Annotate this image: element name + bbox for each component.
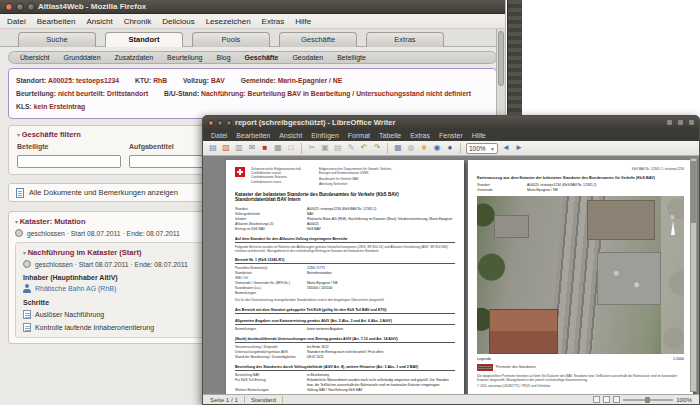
view-single-page-icon[interactable] xyxy=(593,396,600,403)
documents-link-label[interactable]: Alle Dokumente und Bemerkungen anzeigen xyxy=(29,188,178,197)
tab-suche[interactable]: Suche xyxy=(18,32,96,47)
copy-icon[interactable]: ▣ xyxy=(320,143,330,153)
section2-title: Bereich Nr. 1 (KbS 12345-R1) xyxy=(235,258,455,264)
menu-fenster[interactable]: Fenster xyxy=(439,132,463,139)
cut-icon[interactable]: ✂ xyxy=(307,143,317,153)
beteiligte-input[interactable] xyxy=(17,155,121,168)
window-title: report (schreibgeschützt) - LibreOffice … xyxy=(235,118,395,127)
menu-chronik[interactable]: Chronik xyxy=(124,17,152,26)
building xyxy=(587,200,655,240)
gallery-icon[interactable]: ★ xyxy=(419,143,429,153)
tray-icon xyxy=(667,120,672,125)
gear-icon xyxy=(15,229,23,237)
statusbar-page: Seite 1 / 1 xyxy=(210,396,238,403)
menu-datei[interactable]: Datei xyxy=(211,132,227,139)
menu-hilfe[interactable]: Hilfe xyxy=(472,132,486,139)
section1-text: Folgende Bereiche wurden im Rahmen der A… xyxy=(235,245,455,253)
menu-lesezeichen[interactable]: Lesezeichen xyxy=(206,17,251,26)
subnav-uebersicht[interactable]: Übersicht xyxy=(20,54,50,61)
view-book-icon[interactable] xyxy=(613,396,620,403)
table-icon[interactable]: ▦ xyxy=(393,143,403,153)
writer-statusbar: Seite 1 / 1 Standard 100% xyxy=(203,394,699,404)
menu-format[interactable]: Format xyxy=(348,132,370,139)
subnav-beurteilung[interactable]: Beurteilung xyxy=(167,54,202,61)
previous-page-icon[interactable]: ◄ xyxy=(501,143,511,153)
subnav-geschaefte[interactable]: Geschäfte xyxy=(245,54,279,61)
next-page-icon[interactable]: ► xyxy=(514,143,524,153)
subnav-grunddaten[interactable]: Grunddaten xyxy=(64,54,101,61)
legend-item-label: Perimeter des Standortes xyxy=(496,365,536,370)
menu-datei[interactable]: Datei xyxy=(7,17,26,26)
maximize-icon[interactable] xyxy=(226,120,232,126)
zoom-combobox[interactable]: 100% ▼ xyxy=(466,143,498,154)
inhaber-link[interactable]: Rhätische Bahn AG (RhB) xyxy=(35,285,116,292)
statusbar-zoom-value: 100% xyxy=(676,396,692,403)
legend-label: Legende xyxy=(477,357,491,361)
infobox-line1: Standort: A00025: testoeps1234 KTU: RhB … xyxy=(16,74,489,87)
undo-icon[interactable]: ↶ xyxy=(359,143,369,153)
menu-bearbeiten[interactable]: Bearbeiten xyxy=(236,132,270,139)
find-replace-icon[interactable]: ◎ xyxy=(406,143,416,153)
tasklist-icon xyxy=(23,310,31,319)
close-icon[interactable] xyxy=(208,120,214,126)
menu-ansicht[interactable]: Ansicht xyxy=(86,17,112,26)
tab-pools[interactable]: Pools xyxy=(192,32,270,47)
infobox-line2: Beurteilung: nicht beurteilt: Drittstand… xyxy=(16,87,489,100)
scrollbar-thumb[interactable] xyxy=(498,31,504,86)
app-tabstrip: Suche Standort Pools Geschäfte Extras xyxy=(0,29,505,47)
menu-extras[interactable]: Extras xyxy=(262,17,285,26)
chevron-down-icon: ▼ xyxy=(490,144,495,153)
help-icon[interactable]: ● xyxy=(445,143,455,153)
minimize-icon[interactable] xyxy=(16,3,24,11)
kataster-status-text: geschlossen · Start 08.07.2011 · Ende: 0… xyxy=(27,230,180,237)
standort-infobox: Standort: A00025: testoeps1234 KTU: RhB … xyxy=(8,68,497,119)
gear-icon xyxy=(23,260,31,268)
tab-standort[interactable]: Standort xyxy=(105,32,183,47)
writer-titlebar[interactable]: report (schreibgeschützt) - LibreOffice … xyxy=(203,116,699,129)
map-scale: 1:2000 xyxy=(673,357,684,361)
top-rows: StandortA00025: testoeps1234 (KbS BAV Nr… xyxy=(235,207,455,232)
section1-title: Auf dem Standort für den Altlasten-Vollz… xyxy=(235,237,455,243)
minimize-icon[interactable] xyxy=(217,120,223,126)
zoom-slider[interactable] xyxy=(623,399,673,401)
view-multi-page-icon[interactable] xyxy=(603,396,610,403)
zoom-icon[interactable]: ◉ xyxy=(432,143,442,153)
print-icon[interactable]: ▦ xyxy=(273,143,283,153)
menu-tabelle[interactable]: Tabelle xyxy=(379,132,401,139)
new-document-icon[interactable]: ▤ xyxy=(208,143,218,153)
redo-icon[interactable]: ↷ xyxy=(372,143,382,153)
open-icon[interactable]: ▨ xyxy=(221,143,231,153)
nachfuehrung-status-text: geschlossen · Start 08.07.2011 · Ende: 0… xyxy=(35,261,188,268)
menu-einfuegen[interactable]: Einfügen xyxy=(311,132,339,139)
maximize-icon[interactable] xyxy=(27,3,35,11)
north-arrow-icon xyxy=(670,215,676,241)
department-block: Eidgenössisches Departement für Umwelt, … xyxy=(319,167,392,186)
subnav-geodaten[interactable]: Geodaten xyxy=(292,54,323,61)
email-icon[interactable]: ✉ xyxy=(247,143,257,153)
firefox-titlebar[interactable]: Altlast4Web - Mozilla Firefox xyxy=(0,0,505,14)
infobox-line3: KLS: kein Ersteintrag xyxy=(16,100,489,113)
writer-toolbar: ▤ ▨ ▥ ✉ ■ ▦ □ ✂ ▣ ▤ ✎ ↶ ↷ ▦ ◎ ★ ◉ ● 100%… xyxy=(203,141,699,156)
menu-hilfe[interactable]: Hilfe xyxy=(295,17,311,26)
subnav-zusatzdaten[interactable]: Zusatzdaten xyxy=(115,54,154,61)
section4-title: Allgemeine Angaben zum Katastereintrag g… xyxy=(235,319,455,325)
save-icon[interactable]: ▥ xyxy=(234,143,244,153)
close-icon[interactable] xyxy=(5,3,13,11)
building xyxy=(494,215,529,239)
menu-extras[interactable]: Extras xyxy=(410,132,430,139)
writer-scrollbar[interactable] xyxy=(690,158,697,392)
tab-extras[interactable]: Extras xyxy=(366,32,444,47)
menu-bearbeiten[interactable]: Bearbeiten xyxy=(37,17,76,26)
tasklist-icon xyxy=(23,323,31,332)
subnav-blog[interactable]: Blog xyxy=(217,54,231,61)
menu-ansicht[interactable]: Ansicht xyxy=(279,132,302,139)
menu-delicious[interactable]: Delicious xyxy=(162,17,194,26)
format-paintbrush-icon[interactable]: ✎ xyxy=(346,143,356,153)
scrollbar-thumb[interactable] xyxy=(691,161,696,223)
tab-geschaefte[interactable]: Geschäfte xyxy=(279,32,357,47)
export-pdf-icon[interactable]: ■ xyxy=(260,143,270,153)
paste-icon[interactable]: ▤ xyxy=(333,143,343,153)
subnav-beteiligte[interactable]: Beteiligte xyxy=(337,54,366,61)
page-preview-icon[interactable]: □ xyxy=(286,143,296,153)
section5-title: (Noch) durchzuführende Untersuchungen zu… xyxy=(235,337,455,343)
